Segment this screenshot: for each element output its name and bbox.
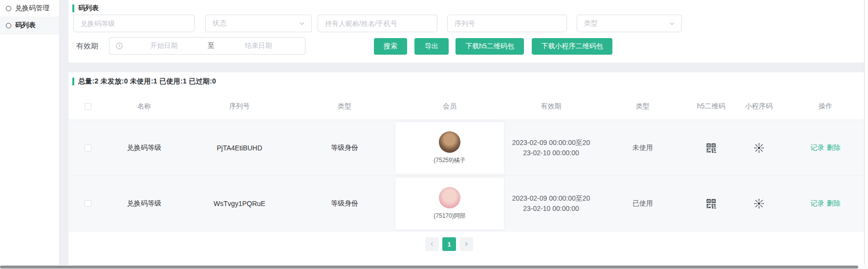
chevron-right-icon [463, 241, 469, 247]
date-range-picker[interactable]: 开始日期 至 结束日期 [109, 37, 305, 55]
page-title: 码列表 [78, 4, 99, 13]
horizontal-scrollbar[interactable] [0, 265, 868, 269]
member-avatar [439, 187, 460, 208]
horizontal-scrollbar-thumb[interactable] [0, 266, 858, 269]
table-card: 总量:2 未发放:0 未使用:1 已使用:1 已过期:0 名称 序列号 类型 会… [68, 72, 864, 265]
title-accent-bar [72, 4, 74, 12]
sidebar-item-label: 码列表 [15, 21, 36, 30]
cell-status: 已使用 [632, 199, 653, 208]
summary-row: 总量:2 未发放:0 未使用:1 已使用:1 已过期:0 [72, 77, 216, 86]
row-checkbox[interactable] [85, 145, 91, 151]
page-number-button[interactable]: 1 [442, 237, 456, 251]
delete-link[interactable]: 删除 [827, 199, 841, 208]
search-button[interactable]: 搜索 [374, 38, 407, 55]
chevron-down-icon [299, 20, 305, 27]
type-select[interactable]: 类型 [577, 15, 682, 32]
delete-link[interactable]: 删除 [827, 144, 841, 152]
status-select-placeholder: 状态 [213, 19, 226, 28]
export-button[interactable]: 导出 [414, 38, 449, 55]
serial-input[interactable] [447, 15, 567, 32]
select-all-checkbox[interactable] [85, 103, 91, 110]
qr-code-icon[interactable] [706, 198, 716, 209]
start-date-placeholder[interactable]: 开始日期 [123, 41, 205, 50]
member-avatar [439, 131, 460, 153]
member-name: (75170)阿部 [434, 212, 465, 220]
prev-page-button[interactable] [425, 237, 439, 251]
circle-icon [6, 6, 11, 11]
download-h5-qr-button[interactable]: 下载h5二维码包 [456, 38, 524, 55]
record-link[interactable]: 记录 [811, 144, 825, 152]
codes-table: 名称 序列号 类型 会员 有效期 类型 h5二维码 小程序码 操作 兑换码等级 … [68, 93, 864, 231]
cell-validity: 2023-02-09 00:00:00至2023-02-10 00:00:00 [508, 193, 594, 214]
header-actions: 操作 [787, 102, 864, 111]
chevron-down-icon [669, 20, 675, 27]
status-select[interactable]: 状态 [205, 15, 312, 32]
code-list-page: 兑换码管理 码列表 码列表 状态 类型 有效期 开始日期 至 结束日期 [0, 0, 868, 269]
cell-status: 未使用 [632, 144, 653, 152]
record-link[interactable]: 记录 [811, 199, 825, 208]
member-card: (75259)橘子 [395, 122, 504, 174]
circle-icon [6, 23, 11, 28]
cell-validity: 2023-02-09 00:00:00至2023-02-10 00:00:00 [508, 138, 594, 158]
sidebar-item-code-list[interactable]: 码列表 [0, 17, 59, 34]
header-miniprogram: 小程序码 [731, 102, 787, 111]
member-card: (75170)阿部 [395, 178, 504, 229]
range-separator: 至 [205, 41, 217, 50]
holder-input[interactable] [318, 15, 437, 32]
sidebar: 兑换码管理 码列表 [0, 0, 60, 269]
header-status: 类型 [594, 102, 692, 111]
next-page-button[interactable] [459, 237, 473, 251]
table-header-row: 名称 序列号 类型 会员 有效期 类型 h5二维码 小程序码 操作 [68, 93, 864, 120]
cell-name: 兑换码等级 [108, 199, 181, 208]
sidebar-item-code-management[interactable]: 兑换码管理 [0, 0, 59, 17]
code-level-input[interactable] [73, 15, 195, 32]
sidebar-item-label: 兑换码管理 [15, 4, 49, 13]
pagination: 1 [425, 237, 473, 251]
table-row: 兑换码等级 PjTA4EtiBUHD 等级身份 (75259)橘子 2023-0… [68, 120, 864, 176]
summary-text: 总量:2 未发放:0 未使用:1 已使用:1 已过期:0 [78, 77, 216, 86]
cell-type: 等级身份 [298, 199, 391, 208]
header-serial: 序列号 [181, 102, 298, 111]
end-date-placeholder[interactable]: 结束日期 [217, 41, 299, 50]
cell-serial: PjTA4EtiBUHD [181, 144, 298, 152]
cell-name: 兑换码等级 [108, 144, 181, 152]
header-validity: 有效期 [508, 102, 594, 111]
clock-icon [115, 42, 123, 50]
header-member: 会员 [391, 102, 508, 111]
header-type: 类型 [298, 102, 391, 111]
header-name: 名称 [108, 102, 181, 111]
cell-serial: WsTvgy1PQRuE [181, 200, 298, 207]
miniprogram-code-icon[interactable] [754, 143, 764, 153]
chevron-left-icon [429, 241, 435, 247]
member-name: (75259)橘子 [434, 156, 465, 165]
table-row: 兑换码等级 WsTvgy1PQRuE 等级身份 (75170)阿部 2023-0… [68, 176, 864, 231]
qr-code-icon[interactable] [706, 143, 716, 153]
filter-card: 码列表 状态 类型 有效期 开始日期 至 结束日期 搜索 导出 下载h5二维码包… [68, 0, 864, 62]
vertical-scrollbar-track[interactable] [864, 0, 868, 265]
row-checkbox[interactable] [85, 200, 91, 207]
cell-type: 等级身份 [298, 144, 391, 152]
card-title: 码列表 [72, 4, 99, 13]
download-miniprogram-qr-button[interactable]: 下载小程序二维码包 [532, 38, 612, 55]
miniprogram-code-icon[interactable] [754, 198, 764, 209]
header-h5-qr: h5二维码 [692, 102, 731, 111]
summary-accent-bar [72, 78, 74, 85]
type-select-placeholder: 类型 [584, 19, 598, 28]
validity-label: 有效期 [76, 37, 98, 55]
